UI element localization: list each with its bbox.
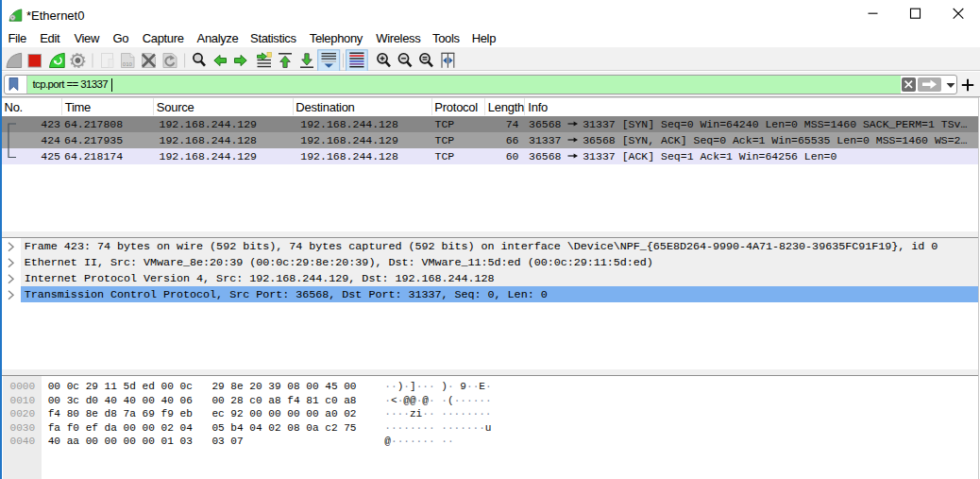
svg-text:010: 010 (123, 61, 133, 67)
